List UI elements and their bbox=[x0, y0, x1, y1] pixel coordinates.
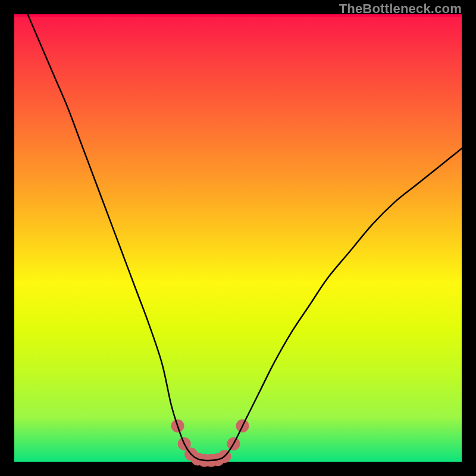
chart-frame: TheBottleneck.com bbox=[0, 0, 476, 476]
curve-layer bbox=[14, 14, 462, 462]
bottleneck-curve bbox=[28, 14, 462, 461]
